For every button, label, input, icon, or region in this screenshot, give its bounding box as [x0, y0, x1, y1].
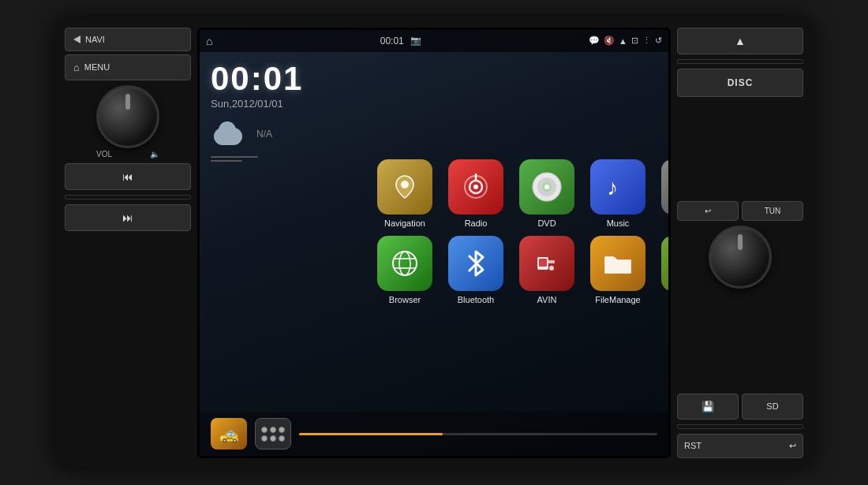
apps-grid: Navigation Radio [365, 52, 668, 412]
svg-rect-16 [539, 259, 547, 267]
dock-taxi-app[interactable]: 🚕 [211, 418, 247, 450]
clock-display: 00:01 [211, 60, 354, 98]
svg-rect-17 [548, 260, 555, 263]
app-radio[interactable]: Radio [444, 159, 507, 228]
status-bar: ⌂ 00:01 📷 💬 🔇 ▲ ⊡ ⋮ ↺ [200, 30, 668, 52]
filemanage-icon [590, 236, 645, 291]
vol-label: VOL [96, 150, 112, 159]
status-center: 00:01 📷 [380, 35, 421, 47]
svg-point-3 [473, 185, 478, 189]
menu-label: MENU [84, 62, 110, 72]
right-panel: ▲ DISC ↩ TUN 💾 [677, 28, 803, 458]
weather-line-1 [211, 156, 258, 158]
radio-label: Radio [465, 218, 488, 228]
next-track-button[interactable]: ⏭ [65, 204, 191, 231]
browser-icon [377, 236, 432, 291]
navi-label: NAVI [85, 35, 105, 44]
top-buttons: NAVI ⌂ MENU [65, 28, 191, 80]
weather-temp: N/A [256, 129, 272, 140]
android-screen: ⌂ 00:01 📷 💬 🔇 ▲ ⊡ ⋮ ↺ [200, 30, 668, 456]
video-icon [661, 159, 668, 215]
music-label: Music [607, 218, 630, 228]
avin-icon [519, 236, 574, 291]
navi-button[interactable]: NAVI [65, 28, 191, 51]
svg-text:♪: ♪ [607, 175, 618, 200]
usb-icon: SD [766, 401, 778, 411]
rst-label: RST [684, 441, 702, 450]
info-panel: 00:01 Sun,2012/01/01 N/A [200, 52, 365, 412]
svg-point-11 [393, 252, 417, 275]
disc-area: ▲ DISC [677, 28, 803, 97]
svg-point-8 [544, 185, 549, 189]
status-time: 00:01 [380, 35, 404, 47]
tuner-knob-area: ↩ TUN [677, 102, 803, 389]
sd-card-button[interactable]: 💾 [677, 394, 739, 420]
clock-date: Sun,2012/01/01 [211, 98, 354, 110]
card-slot [677, 424, 803, 429]
weather-widget: N/A [211, 121, 354, 148]
usb-button[interactable]: SD [742, 394, 803, 420]
tuner-knob[interactable] [709, 226, 772, 289]
bottom-right-buttons: 💾 SD RST ↩ [677, 394, 803, 458]
progress-bar-container [299, 433, 657, 435]
disc-slot-left [65, 195, 191, 200]
menu-button[interactable]: ⌂ MENU [65, 54, 191, 80]
status-screen-icon: ⊡ [631, 35, 638, 46]
status-icons: 💬 🔇 ▲ ⊡ ⋮ ↺ [589, 35, 662, 46]
disc-label: DISC [728, 77, 754, 88]
status-menu-icon: ⋮ [642, 35, 651, 46]
weather-line-2 [211, 160, 242, 162]
main-content: 00:01 Sun,2012/01/01 N/A [200, 52, 668, 412]
screen-container: ⌂ 00:01 📷 💬 🔇 ▲ ⊡ ⋮ ↺ [197, 28, 671, 458]
app-music[interactable]: ♪ Music [586, 159, 649, 228]
android-home-icon[interactable]: ⌂ [206, 35, 212, 47]
app-settings[interactable]: Settings [657, 236, 668, 304]
weather-lines [211, 156, 354, 162]
prev-track-button[interactable]: ⏮ [65, 163, 191, 190]
rst-button[interactable]: RST ↩ [677, 434, 803, 458]
media-buttons: ⏮ ⏭ [65, 163, 191, 231]
status-left: ⌂ [206, 35, 212, 47]
apps-grid-icon [261, 427, 285, 442]
dvd-icon [519, 159, 574, 215]
status-msg-icon: 💬 [589, 35, 600, 46]
status-back-icon: ↺ [655, 35, 662, 46]
settings-icon [661, 236, 668, 291]
bottom-dock: 🚕 [200, 412, 668, 456]
app-filemanage[interactable]: FileManage [586, 236, 649, 304]
svg-point-12 [399, 252, 410, 275]
app-video[interactable]: Video [657, 159, 668, 228]
sd-card-icon: 💾 [702, 401, 714, 412]
status-camera-icon: 📷 [410, 35, 421, 46]
next-track-icon: ⏭ [122, 211, 133, 224]
navigation-icon [377, 159, 432, 215]
home-icon: ⌂ [73, 62, 80, 73]
volume-knob-area: VOL 🔈 [65, 85, 191, 159]
card-usb-row: 💾 SD [677, 394, 803, 420]
bluetooth-label: Bluetooth [458, 295, 494, 304]
back-icon: ↩ [705, 207, 711, 215]
dock-apps-button[interactable] [255, 418, 291, 450]
app-avin[interactable]: AVIN [515, 236, 578, 304]
app-navigation[interactable]: Navigation [373, 159, 436, 228]
back-tun-buttons: ↩ TUN [677, 201, 803, 221]
head-unit: NAVI ⌂ MENU VOL 🔈 ⏮ ⏭ [55, 18, 813, 468]
app-dvd[interactable]: DVD [515, 159, 578, 228]
rst-icon: ↩ [789, 441, 796, 451]
disc-slot-right [677, 59, 803, 64]
volume-knob[interactable] [96, 85, 159, 148]
disc-button[interactable]: DISC [677, 69, 803, 97]
svg-point-18 [549, 266, 554, 270]
app-bluetooth[interactable]: Bluetooth [444, 236, 507, 304]
progress-bar-fill [299, 433, 443, 435]
prev-track-icon: ⏮ [122, 170, 133, 183]
apps-row-1: Navigation Radio [373, 159, 668, 228]
navigation-label: Navigation [384, 218, 425, 228]
cloud-icon [211, 121, 250, 148]
radio-icon [448, 159, 503, 215]
back-button[interactable]: ↩ [677, 201, 739, 221]
app-browser[interactable]: Browser [373, 236, 436, 304]
tun-button[interactable]: TUN [742, 201, 803, 221]
eject-button[interactable]: ▲ [677, 28, 803, 54]
filemanage-label: FileManage [595, 295, 640, 304]
